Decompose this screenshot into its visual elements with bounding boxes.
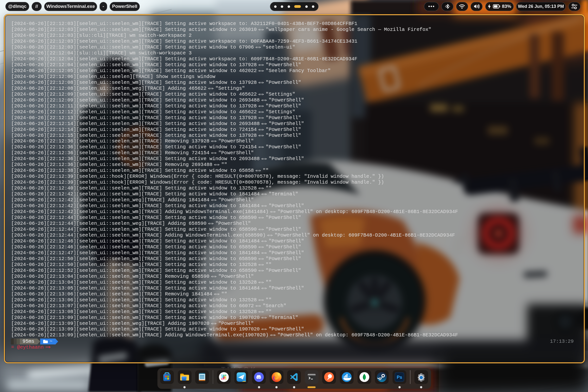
- svg-text:Ps: Ps: [396, 374, 402, 380]
